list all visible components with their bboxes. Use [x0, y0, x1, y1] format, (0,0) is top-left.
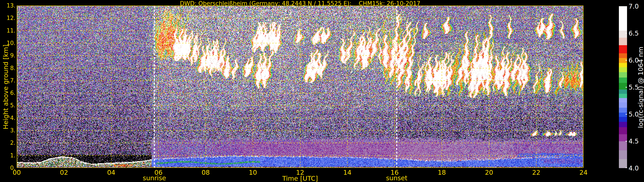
y-tick-label: 13.	[0, 2, 16, 9]
x-tick-label: 24	[580, 169, 588, 176]
colorbar-tick-label: 4.5	[628, 137, 639, 145]
y-tick-label: 12.	[0, 15, 16, 21]
colorbar-tick-label: 7.0	[628, 2, 639, 10]
x-tick-label: 18	[438, 169, 446, 176]
sun-event-label-sunset: sunset	[386, 174, 408, 182]
x-tick-label: 10	[249, 169, 257, 176]
y-tick-label: 1.	[0, 152, 16, 159]
colorbar-tick-label: 6.5	[628, 30, 639, 37]
colorbar	[619, 6, 627, 168]
x-tick-label: 02	[60, 169, 68, 176]
y-tick-label: 11.	[0, 27, 16, 34]
x-tick-label: 04	[107, 169, 115, 176]
x-tick-label: 22	[532, 169, 540, 176]
x-tick-label: 00	[13, 169, 21, 176]
grid-overlay-canvas	[17, 5, 584, 168]
ceilometer-quicklook: DWD: Oberschleißheim (Germany; 48.2443 N…	[0, 0, 644, 182]
y-tick-label: 2.	[0, 140, 16, 146]
x-axis-title: Time [UTC]	[282, 175, 318, 182]
x-tick-label: 14	[343, 169, 352, 176]
y-axis-title: Height above ground [km]	[2, 45, 10, 129]
colorbar-axis-title: log(rc-signal) @ 1064 nm	[637, 47, 644, 128]
colorbar-tick-label: 4.0	[628, 165, 639, 172]
x-tick-label: 08	[202, 169, 210, 176]
x-tick-label: 20	[485, 169, 493, 176]
sun-event-label-sunrise: sunrise	[143, 174, 166, 182]
